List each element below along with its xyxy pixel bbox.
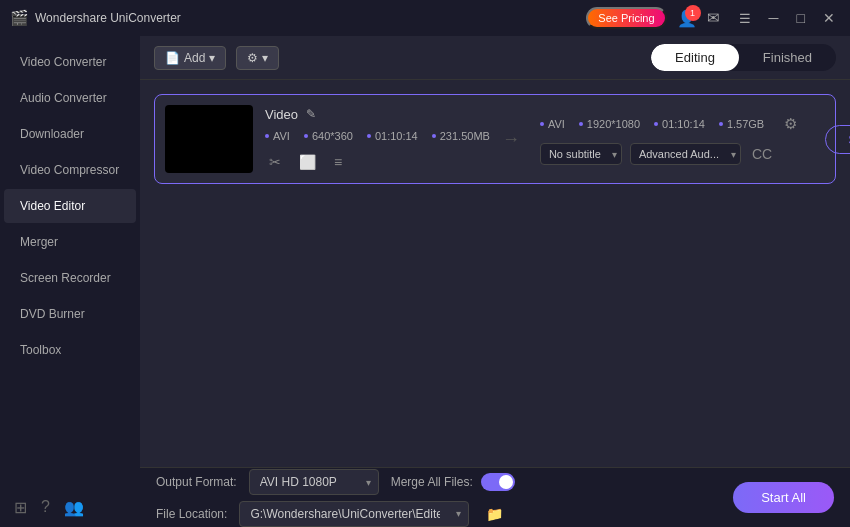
video-card: Video ✎ AVI 640*360 01:10:14 231.50MB ✂ … [154, 94, 836, 184]
out-resolution: 1920*1080 [579, 118, 640, 130]
see-pricing-button[interactable]: See Pricing [586, 7, 666, 29]
save-button[interactable]: Save [825, 125, 850, 154]
video-edit-actions: ✂ ⬜ ≡ [265, 152, 490, 172]
menu-icon[interactable]: ☰ [734, 9, 756, 28]
toggle-knob [499, 475, 513, 489]
gear-icon: ⚙ [247, 51, 258, 65]
cut-icon[interactable]: ✂ [265, 152, 285, 172]
sidebar-item-downloader[interactable]: Downloader [4, 117, 136, 151]
bottom-bar: Output Format: AVI HD 1080P Merge All Fi… [140, 467, 850, 527]
sidebar-item-dvd-burner[interactable]: DVD Burner [4, 297, 136, 331]
src-size: 231.50MB [432, 130, 490, 142]
out-size: 1.57GB [719, 118, 764, 130]
merge-toggle-row: Merge All Files: [391, 473, 515, 491]
output-meta: AVI 1920*1080 01:10:14 1.57GB ⚙ [540, 113, 803, 135]
out-format: AVI [540, 118, 565, 130]
subtitle-select[interactable]: No subtitle [540, 143, 622, 165]
workspace: Video ✎ AVI 640*360 01:10:14 231.50MB ✂ … [140, 80, 850, 467]
src-resolution: 640*360 [304, 130, 353, 142]
window-controls: ☰ ─ □ ✕ [734, 8, 840, 28]
settings-button[interactable]: ⚙ ▾ [236, 46, 279, 70]
tab-finished[interactable]: Finished [739, 44, 836, 71]
subtitle-select-wrap: No subtitle [540, 143, 622, 165]
video-source-meta: AVI 640*360 01:10:14 231.50MB [265, 130, 490, 142]
title-bar: 🎬 Wondershare UniConverter See Pricing 👤… [0, 0, 850, 36]
output-settings-button[interactable]: ⚙ [778, 113, 803, 135]
app-title: Wondershare UniConverter [35, 11, 586, 25]
merge-toggle-switch[interactable] [481, 473, 515, 491]
dropdown-arrow-icon: ▾ [209, 51, 215, 65]
tab-container: Editing Finished [651, 44, 836, 71]
tab-editing[interactable]: Editing [651, 44, 739, 71]
format-select-wrap: AVI HD 1080P [249, 469, 379, 495]
sidebar-bottom-icons: ⊞ ? 👥 [0, 488, 140, 527]
restore-button[interactable]: □ [792, 8, 810, 28]
video-source-info: Video ✎ AVI 640*360 01:10:14 231.50MB ✂ … [265, 107, 490, 172]
users-icon[interactable]: 👥 [64, 498, 84, 517]
sidebar-item-video-editor[interactable]: Video Editor [4, 189, 136, 223]
output-format-select[interactable]: AVI HD 1080P [249, 469, 379, 495]
effects-icon[interactable]: ≡ [330, 152, 346, 172]
output-format-row: Output Format: AVI HD 1080P Merge All Fi… [156, 469, 515, 495]
sidebar-item-video-converter[interactable]: Video Converter [4, 45, 136, 79]
top-toolbar: 📄 Add ▾ ⚙ ▾ Editing Finished [140, 36, 850, 80]
app-logo-icon: 🎬 [10, 9, 29, 27]
sidebar-item-toolbox[interactable]: Toolbox [4, 333, 136, 367]
crop-icon[interactable]: ⬜ [295, 152, 320, 172]
file-location-label: File Location: [156, 507, 227, 521]
bottom-settings: Output Format: AVI HD 1080P Merge All Fi… [156, 469, 515, 527]
conversion-arrow: → [502, 129, 520, 150]
sidebar-item-video-compressor[interactable]: Video Compressor [4, 153, 136, 187]
browse-folder-button[interactable]: 📁 [481, 504, 508, 524]
edit-title-icon[interactable]: ✎ [306, 107, 316, 121]
start-all-button[interactable]: Start All [733, 482, 834, 513]
add-file-button[interactable]: 📄 Add ▾ [154, 46, 226, 70]
src-format: AVI [265, 130, 290, 142]
video-thumbnail [165, 105, 253, 173]
sidebar-item-merger[interactable]: Merger [4, 225, 136, 259]
merge-label: Merge All Files: [391, 475, 473, 489]
video-title-row: Video ✎ [265, 107, 490, 122]
sidebar-item-audio-converter[interactable]: Audio Converter [4, 81, 136, 115]
file-location-row: File Location: 📁 [156, 501, 515, 527]
mail-icon[interactable]: ✉ [707, 9, 720, 27]
close-button[interactable]: ✕ [818, 8, 840, 28]
src-duration: 01:10:14 [367, 130, 418, 142]
file-location-input[interactable] [239, 501, 469, 527]
output-dropdowns: No subtitle Advanced Aud... CC [540, 143, 803, 165]
cc-button[interactable]: CC [749, 143, 775, 165]
help-icon[interactable]: ? [41, 498, 50, 517]
audio-select-wrap: Advanced Aud... [630, 143, 741, 165]
video-title: Video [265, 107, 298, 122]
content-area: 📄 Add ▾ ⚙ ▾ Editing Finished Vid [140, 36, 850, 527]
minimize-button[interactable]: ─ [764, 8, 784, 28]
account-badge: 1 [685, 5, 701, 21]
out-duration: 01:10:14 [654, 118, 705, 130]
audio-select[interactable]: Advanced Aud... [630, 143, 741, 165]
video-output-info: AVI 1920*1080 01:10:14 1.57GB ⚙ No subti… [532, 113, 803, 165]
layout-icon[interactable]: ⊞ [14, 498, 27, 517]
file-location-input-wrap [239, 501, 469, 527]
output-format-label: Output Format: [156, 475, 237, 489]
app-body: Video Converter Audio Converter Download… [0, 36, 850, 527]
sidebar: Video Converter Audio Converter Download… [0, 36, 140, 527]
sidebar-item-screen-recorder[interactable]: Screen Recorder [4, 261, 136, 295]
add-file-icon: 📄 [165, 51, 180, 65]
